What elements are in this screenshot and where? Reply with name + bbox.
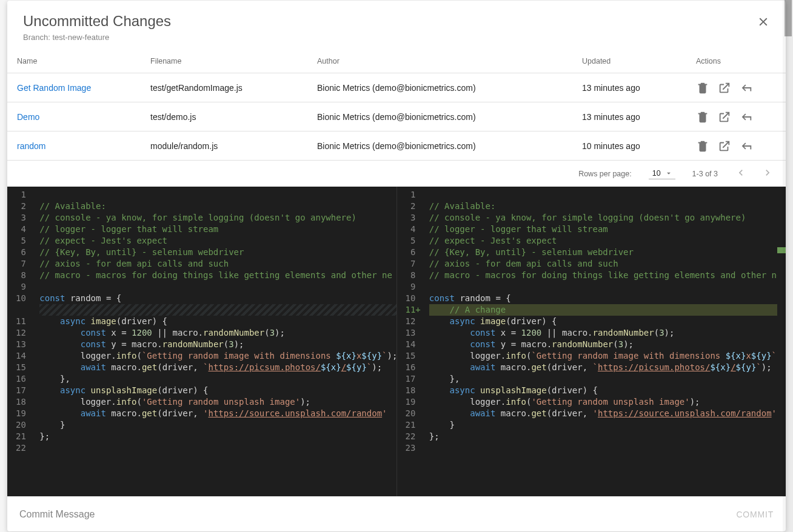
row-name-link[interactable]: Get Random Image [17, 83, 91, 93]
row-author: Bionic Metrics (demo@bionicmetrics.com) [317, 83, 582, 93]
row-filename: module/random.js [150, 141, 317, 151]
row-filename: test/getRandomImage.js [150, 83, 317, 93]
delete-button[interactable] [696, 81, 709, 95]
diff-left-pane: 1 2 3 4 5 6 7 8 9 10 11 12 13 14 15 16 1… [7, 187, 397, 496]
revert-button[interactable] [740, 139, 753, 153]
pagination: Rows per page: 10 1-3 of 3 [7, 161, 786, 187]
dropdown-icon [664, 169, 673, 178]
row-updated: 13 minutes ago [582, 83, 696, 93]
row-updated: 10 minutes ago [582, 141, 696, 151]
row-author: Bionic Metrics (demo@bionicmetrics.com) [317, 112, 582, 122]
rows-per-page-value: 10 [652, 169, 661, 178]
chevron-left-icon [735, 167, 747, 179]
changes-table: Name Filename Author Updated Actions Get… [7, 49, 786, 161]
col-header-actions: Actions [696, 57, 776, 65]
row-name-link[interactable]: random [17, 141, 45, 151]
row-filename: test/demo.js [150, 112, 317, 122]
table-row: Get Random Imagetest/getRandomImage.jsBi… [7, 73, 786, 102]
col-header-filename: Filename [150, 57, 317, 65]
row-author: Bionic Metrics (demo@bionicmetrics.com) [317, 141, 582, 151]
commit-message-input[interactable] [19, 509, 736, 520]
open-button[interactable] [718, 81, 731, 95]
chevron-right-icon [761, 167, 774, 179]
rows-per-page-select[interactable]: 10 [649, 168, 675, 179]
pagination-range: 1-3 of 3 [692, 170, 718, 178]
table-row: randommodule/random.jsBionic Metrics (de… [7, 131, 786, 161]
branch-label: Branch: test-new-feature [23, 33, 171, 42]
code-left[interactable]: // Available:// console - ya know, for s… [36, 187, 396, 496]
col-header-updated: Updated [582, 57, 696, 65]
table-header: Name Filename Author Updated Actions [7, 49, 786, 73]
col-header-author: Author [317, 57, 582, 65]
open-button[interactable] [718, 110, 731, 124]
open-button[interactable] [718, 139, 731, 153]
dialog-header: Uncommitted Changes Branch: test-new-fea… [7, 1, 786, 49]
close-button[interactable] [757, 15, 770, 31]
page-scrollbar-track[interactable] [783, 0, 793, 532]
delete-button[interactable] [696, 110, 709, 124]
gutter-left: 1 2 3 4 5 6 7 8 9 10 11 12 13 14 15 16 1… [7, 187, 36, 496]
previous-page-button[interactable] [735, 167, 747, 181]
rows-per-page-label: Rows per page: [578, 170, 632, 178]
next-page-button[interactable] [761, 167, 774, 181]
table-row: Demotest/demo.jsBionic Metrics (demo@bio… [7, 102, 786, 131]
diff-editor[interactable]: 1 2 3 4 5 6 7 8 9 10 11 12 13 14 15 16 1… [7, 187, 786, 496]
revert-button[interactable] [740, 81, 753, 95]
row-name-link[interactable]: Demo [17, 112, 39, 122]
delete-button[interactable] [696, 139, 709, 153]
col-header-name: Name [17, 57, 150, 65]
row-updated: 13 minutes ago [582, 112, 696, 122]
close-icon [757, 15, 770, 28]
code-right[interactable]: // Available:// console - ya know, for s… [426, 187, 786, 496]
page-scrollbar-thumb[interactable] [785, 0, 792, 36]
commit-button[interactable]: COMMIT [736, 510, 774, 519]
revert-button[interactable] [740, 110, 753, 124]
gutter-right: 1 2 3 4 5 6 7 8 9 10 11+12 13 14 15 16 1… [397, 187, 426, 496]
uncommitted-changes-dialog: Uncommitted Changes Branch: test-new-fea… [7, 1, 786, 531]
dialog-title: Uncommitted Changes [23, 12, 171, 30]
commit-footer: COMMIT [7, 496, 786, 531]
diff-right-pane: 1 2 3 4 5 6 7 8 9 10 11+12 13 14 15 16 1… [397, 187, 786, 496]
